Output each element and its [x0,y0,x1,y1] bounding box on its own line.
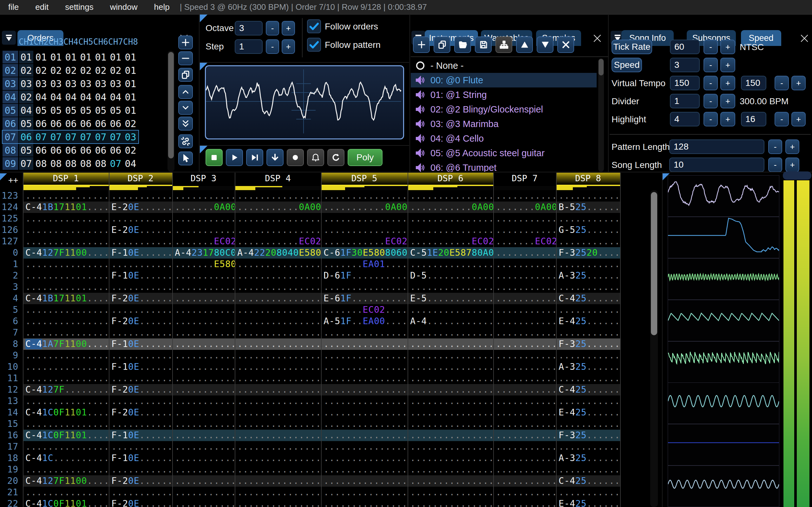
pattern-cell[interactable]: C-425...... [556,293,620,304]
pattern-cell[interactable]: ........... [556,464,620,475]
highlight-second-increase-button[interactable]: + [792,112,806,126]
pattern-cell[interactable]: ........... [493,441,556,452]
octave-decrease-button[interactable]: - [266,21,279,36]
pattern-cell[interactable]: ............... [23,270,109,281]
order-cell[interactable]: 01 [123,77,138,90]
pattern-cell[interactable]: ........... [493,373,556,384]
pattern-cell[interactable]: ............... [321,418,408,430]
order-cell[interactable]: 07 [64,130,78,143]
pattern-cell[interactable]: ............... [408,498,493,507]
pattern-cell[interactable]: ............... [23,304,109,316]
play-button[interactable] [226,149,243,166]
order-cell[interactable]: 01 [64,51,78,63]
pattern-cell[interactable]: ........... [109,395,172,407]
order-cell[interactable]: 01 [123,51,138,63]
order-cell[interactable]: 02 [19,91,33,103]
pattern-cell[interactable]: ........... [556,487,620,498]
order-cell[interactable]: 06 [108,117,123,130]
order-cell[interactable]: 01 [34,51,48,63]
order-cell[interactable]: 06 [94,144,108,157]
pattern-cell[interactable]: F-20E...... [109,475,172,487]
pattern-cell[interactable]: ............... [321,281,408,293]
pattern-cell[interactable]: ............... [408,327,493,338]
order-cell[interactable]: 01 [79,51,93,63]
highlight-first-increase-button[interactable]: + [720,112,735,126]
order-cell[interactable]: 02 [64,64,78,77]
pattern-cell[interactable]: ........... [109,464,172,475]
pattern-cell[interactable]: ............... [23,224,109,236]
pattern-cell[interactable]: F-32520.... [556,247,620,259]
pattern-cell[interactable]: ........... [109,281,172,293]
pattern-cell[interactable]: ............... [235,213,321,224]
pattern-cell[interactable]: ........... [172,190,235,202]
order-cell[interactable]: 01 [123,104,138,117]
pattern-cell[interactable]: ........... [172,304,235,316]
pattern-cell[interactable]: C-4127F1100.... [23,247,109,259]
order-cell[interactable]: 07 [94,130,108,143]
speed-input[interactable]: 3 [670,58,700,72]
pattern-cell[interactable]: ............... [408,475,493,487]
add-order-button[interactable] [178,36,193,49]
order-cell[interactable]: 06 [79,117,93,130]
pattern-cell[interactable]: C-4127F........ [23,384,109,395]
pattern-cell[interactable]: ........... [109,373,172,384]
menu-settings[interactable]: settings [57,2,102,12]
pattern-cell[interactable]: ........... [172,327,235,338]
move-instrument-down-button[interactable] [537,37,554,53]
pattern-cell[interactable]: ............... [235,498,321,507]
channel-header-2[interactable]: DSP 2 [109,173,172,190]
pattern-cell[interactable]: ........... [493,350,556,361]
virtual-tempo-den-decrease-button[interactable]: - [774,76,789,90]
pattern-cell[interactable]: ............... [235,259,321,270]
channel-header-3[interactable]: DSP 3 [172,173,235,190]
pattern-cell[interactable]: ........... [493,452,556,464]
pattern-cell[interactable]: ............... [235,224,321,236]
pattern-cell[interactable]: G-525...... [556,224,620,236]
save-instrument-button[interactable] [475,37,492,53]
delete-instrument-button[interactable] [557,37,574,53]
pattern-cell[interactable]: ............... [408,384,493,395]
pattern-cell[interactable]: ........... [493,316,556,327]
pattern-cell[interactable]: ............... [321,361,408,373]
pattern-cell[interactable]: ............... [408,418,493,430]
pattern-cell[interactable]: ............... [408,361,493,373]
pattern-cell[interactable]: ............... [235,487,321,498]
order-cell[interactable]: 03 [123,130,138,143]
pattern-cell[interactable]: F-10E...... [109,430,172,441]
pattern-cell[interactable]: ........... [493,190,556,202]
pattern-cell[interactable]: ........... [172,395,235,407]
pattern-cell[interactable]: ............... [235,190,321,202]
pattern-cell[interactable]: ........... [493,281,556,293]
pattern-cell[interactable]: ............... [408,259,493,270]
order-cell[interactable]: 06 [19,130,33,143]
pattern-cell[interactable]: ............... [408,441,493,452]
order-row-07[interactable]: 070607070707070703 [3,130,138,143]
pattern-cell[interactable]: ........... [556,213,620,224]
pattern-cell[interactable]: ........... [109,236,172,247]
pattern-cell[interactable]: ........... [556,304,620,316]
duplicate-instrument-button[interactable] [434,37,450,53]
speed-close-button[interactable] [799,33,810,44]
pattern-cell[interactable]: ........... [556,190,620,202]
order-cell[interactable]: 02 [79,64,93,77]
order-cell[interactable]: 02 [123,117,138,130]
step-row-button[interactable] [266,149,284,166]
pattern-cell[interactable]: ........... [172,475,235,487]
instrument-folders-button[interactable] [496,37,512,53]
pattern-cell[interactable]: ........... [109,259,172,270]
pattern-cell[interactable]: ........... [109,304,172,316]
open-instrument-button[interactable] [454,37,471,53]
pattern-cell[interactable]: ........... [172,418,235,430]
pattern-cell[interactable]: ............... [23,350,109,361]
pattern-cell[interactable]: ............... [23,259,109,270]
change-all-orders-button[interactable] [178,134,193,148]
pattern-cell[interactable]: ............... [235,338,321,350]
order-cell[interactable]: 05 [108,104,123,117]
order-cell[interactable]: 02 [94,64,108,77]
menu-help[interactable]: help [146,2,178,12]
pattern-cell[interactable]: ............... [235,407,321,418]
octave-input[interactable]: 3 [235,21,263,36]
order-row-01[interactable]: 010101010101010101 [3,51,138,63]
pattern-cell[interactable]: ............... [23,464,109,475]
order-cell[interactable]: 05 [19,117,33,130]
